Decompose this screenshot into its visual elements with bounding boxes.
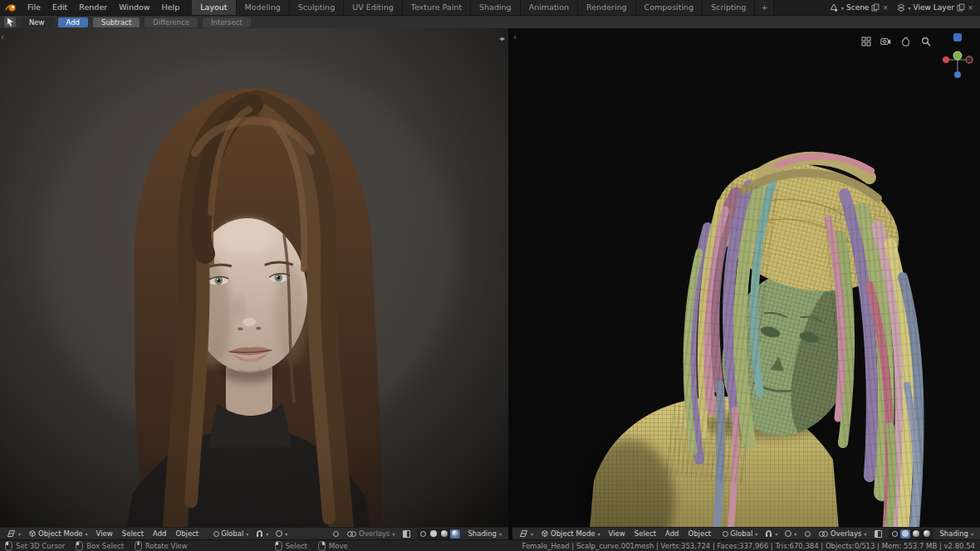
solid-sphere-icon bbox=[430, 530, 437, 537]
chevron-down-icon: ▾ bbox=[971, 531, 973, 537]
unlink-scene-icon[interactable]: × bbox=[882, 3, 888, 12]
tab-texture-paint[interactable]: Texture Paint bbox=[403, 0, 471, 15]
tool-intersect-button[interactable]: Intersect bbox=[203, 17, 251, 27]
mode-dropdown[interactable]: Object Mode ▾ bbox=[537, 529, 604, 539]
remove-view-layer-icon[interactable]: × bbox=[968, 3, 973, 12]
shading-wireframe-button[interactable] bbox=[889, 529, 899, 539]
grid-view-button[interactable] bbox=[860, 35, 872, 47]
overlays-label: Overlays bbox=[359, 529, 390, 538]
shading-dropdown[interactable]: Shading ▾ bbox=[936, 529, 977, 539]
workspace-tabs: Layout Modeling Sculpting UV Editing Tex… bbox=[192, 0, 774, 15]
menu-view[interactable]: View bbox=[92, 529, 117, 538]
scene-icon bbox=[830, 3, 838, 12]
tool-add-button[interactable]: Add bbox=[58, 17, 88, 27]
shading-rendered-button[interactable] bbox=[922, 529, 932, 539]
active-tool-button[interactable] bbox=[4, 17, 16, 27]
rendered-sphere-icon bbox=[452, 530, 458, 537]
shading-material-button[interactable] bbox=[911, 529, 921, 539]
shading-solid-button[interactable] bbox=[900, 529, 910, 539]
xray-icon bbox=[403, 530, 410, 538]
tab-layout[interactable]: Layout bbox=[192, 0, 236, 15]
view-layer-selector[interactable]: ▾ View Layer × bbox=[897, 3, 973, 12]
mode-label: Object Mode bbox=[551, 529, 595, 538]
viewport-solid: ‹ bbox=[512, 28, 980, 539]
xray-toggle[interactable] bbox=[871, 529, 885, 539]
shading-label: Shading bbox=[468, 529, 497, 538]
tool-new-button[interactable]: New bbox=[21, 17, 53, 27]
show-toolbar-arrow[interactable]: ‹ bbox=[1, 33, 4, 41]
shading-dropdown[interactable]: Shading ▾ bbox=[464, 529, 505, 539]
tab-animation[interactable]: Animation bbox=[521, 0, 578, 15]
menu-view[interactable]: View bbox=[605, 529, 630, 538]
viewport-splitter-handle[interactable]: ◂▸ bbox=[499, 35, 504, 42]
menu-file[interactable]: File bbox=[22, 0, 47, 15]
snapping-dropdown[interactable]: ▾ bbox=[252, 529, 272, 539]
hint-label: Set 3D Cursor bbox=[16, 542, 65, 550]
proportional-editing-dropdown[interactable]: ▾ bbox=[272, 529, 291, 539]
menu-object[interactable]: Object bbox=[684, 529, 715, 538]
tab-uv-editing[interactable]: UV Editing bbox=[344, 0, 403, 15]
snapping-dropdown[interactable]: ▾ bbox=[762, 529, 781, 539]
proportional-editing-icon bbox=[276, 530, 282, 537]
tab-modeling[interactable]: Modeling bbox=[237, 0, 290, 15]
chevron-down-icon: ▾ bbox=[392, 531, 394, 537]
blender-logo-icon[interactable] bbox=[0, 3, 22, 12]
editor-type-button[interactable]: ▾ bbox=[516, 529, 537, 539]
editor-3d-viewport-icon bbox=[7, 529, 16, 538]
editor-type-button[interactable]: ▾ bbox=[3, 529, 24, 539]
gizmo-icon bbox=[333, 531, 339, 537]
gizmos-toggle[interactable] bbox=[330, 529, 342, 539]
object-mode-icon bbox=[541, 529, 549, 538]
tab-sculpting[interactable]: Sculpting bbox=[290, 0, 344, 15]
camera-view-button[interactable] bbox=[880, 35, 892, 47]
menu-window[interactable]: Window bbox=[113, 0, 155, 15]
chevron-down-icon: ▾ bbox=[841, 5, 844, 11]
gizmos-toggle[interactable] bbox=[801, 529, 814, 539]
navigation-gizmo[interactable] bbox=[940, 32, 975, 80]
menu-add[interactable]: Add bbox=[149, 529, 170, 538]
menu-object[interactable]: Object bbox=[171, 529, 203, 538]
tab-scripting[interactable]: Scripting bbox=[703, 0, 755, 15]
select-cursor-icon bbox=[7, 17, 14, 27]
blender-window: File Edit Render Window Help Layout Mode… bbox=[0, 0, 980, 551]
orientation-label: Global bbox=[221, 529, 243, 538]
tool-subtract-button[interactable]: Subtract bbox=[93, 17, 140, 27]
shading-rendered-button[interactable] bbox=[450, 529, 460, 539]
editor-3d-viewport-icon bbox=[519, 529, 528, 538]
hint-label: Box Select bbox=[86, 542, 124, 550]
menu-render[interactable]: Render bbox=[73, 0, 113, 15]
menu-help[interactable]: Help bbox=[156, 0, 186, 15]
3d-viewport-canvas-rendered[interactable] bbox=[0, 28, 508, 539]
chevron-down-icon: ▾ bbox=[775, 531, 777, 537]
zoom-button[interactable] bbox=[919, 35, 932, 47]
tab-rendering[interactable]: Rendering bbox=[578, 0, 636, 15]
shading-material-button[interactable] bbox=[439, 529, 449, 539]
chevron-down-icon: ▾ bbox=[598, 531, 600, 537]
overlays-dropdown[interactable]: Overlays ▾ bbox=[344, 529, 399, 539]
menu-select[interactable]: Select bbox=[630, 529, 660, 538]
proportional-editing-icon bbox=[785, 530, 791, 537]
menu-edit[interactable]: Edit bbox=[47, 0, 73, 15]
tab-shading[interactable]: Shading bbox=[471, 0, 521, 15]
proportional-editing-dropdown[interactable]: ▾ bbox=[782, 529, 800, 539]
new-scene-icon[interactable] bbox=[871, 3, 880, 12]
xray-toggle[interactable] bbox=[399, 529, 414, 539]
shading-wireframe-button[interactable] bbox=[418, 529, 428, 539]
tab-compositing[interactable]: Compositing bbox=[636, 0, 703, 15]
new-view-layer-icon[interactable] bbox=[957, 3, 965, 12]
orientation-dropdown[interactable]: Global ▾ bbox=[210, 529, 252, 539]
shading-solid-button[interactable] bbox=[429, 529, 439, 539]
orientation-dropdown[interactable]: Global ▾ bbox=[719, 529, 761, 539]
menu-select[interactable]: Select bbox=[118, 529, 148, 538]
pan-hand-button[interactable] bbox=[899, 35, 912, 47]
show-toolbar-arrow[interactable]: ‹ bbox=[513, 33, 517, 41]
mode-dropdown[interactable]: Object Mode ▾ bbox=[25, 529, 91, 539]
3d-viewport-canvas-solid[interactable] bbox=[512, 28, 980, 539]
menu-add[interactable]: Add bbox=[661, 529, 683, 538]
material-sphere-icon bbox=[913, 530, 919, 537]
tool-difference-button[interactable]: Difference bbox=[145, 17, 198, 27]
scene-selector[interactable]: ▾ Scene × bbox=[830, 3, 889, 12]
mouse-middle-icon bbox=[135, 541, 142, 551]
add-workspace-button[interactable]: + bbox=[755, 0, 774, 15]
overlays-dropdown[interactable]: Overlays ▾ bbox=[816, 529, 870, 539]
